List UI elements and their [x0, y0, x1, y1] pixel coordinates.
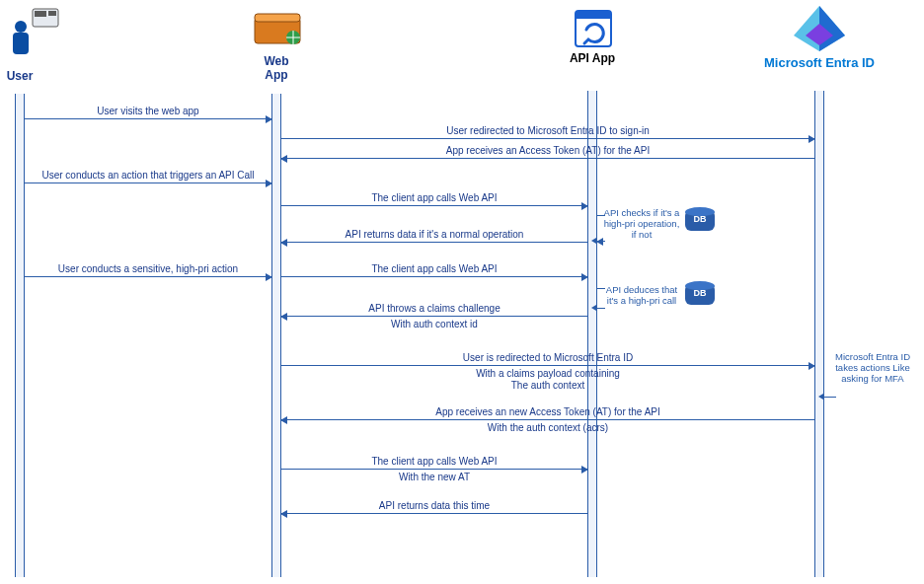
msg-m9: API throws a claims challenge With auth … [281, 316, 587, 317]
msg-m3: App receives an Access Token (AT) for th… [281, 158, 814, 159]
msg-m5: The client app calls Web API [281, 205, 587, 206]
connector-n1a [597, 215, 605, 216]
side-note-n2: API deduces that it's a high-pri call [602, 284, 681, 306]
lane-web-label: Web App [257, 54, 296, 82]
web-app-icon [252, 8, 306, 52]
msg-m7: User conducts a sensitive, high-pri acti… [25, 276, 271, 277]
msg-m1: User visits the web app [25, 118, 271, 119]
sequence-diagram: User Web App API App Microsoft Entra ID … [0, 0, 924, 584]
msg-m4: User conducts an action that triggers an… [25, 182, 271, 183]
svg-rect-4 [48, 11, 56, 16]
user-icon [5, 5, 64, 59]
connector-n2b [597, 308, 605, 309]
svg-rect-3 [35, 11, 46, 17]
svg-rect-9 [576, 11, 611, 19]
db-icon-n1: DB [685, 207, 715, 231]
lane-user-label: User [0, 69, 39, 83]
msg-m11: App receives an new Access Token (AT) fo… [281, 419, 814, 420]
lifeline-entra [814, 91, 824, 577]
connector-n1b [597, 241, 605, 242]
connector-n3 [824, 397, 836, 398]
msg-m13: API returns data this time [281, 513, 587, 514]
lifeline-user [15, 94, 25, 577]
entra-icon [790, 2, 849, 55]
msg-m8: The client app calls Web API [281, 276, 587, 277]
lane-api-label: API App [568, 51, 617, 65]
side-note-n3: Microsoft Entra ID takes actions Like as… [829, 351, 916, 384]
lifeline-web [271, 94, 281, 577]
svg-point-0 [15, 21, 27, 33]
side-note-n1: API checks if it's a high-pri operation,… [602, 207, 681, 240]
msg-m10: User is redirected to Microsoft Entra ID… [281, 365, 814, 366]
api-app-icon [573, 8, 614, 49]
svg-rect-1 [13, 33, 29, 54]
db-icon-n2: DB [685, 281, 715, 305]
svg-rect-6 [255, 14, 300, 22]
connector-n2a [597, 288, 605, 289]
msg-m2: User redirected to Microsoft Entra ID to… [281, 138, 814, 139]
msg-m6: API returns data if it's a normal operat… [281, 242, 587, 243]
lifeline-api [587, 91, 597, 577]
msg-m12: The client app calls Web API With the ne… [281, 469, 587, 470]
lane-entra-label: Microsoft Entra ID [750, 55, 888, 70]
